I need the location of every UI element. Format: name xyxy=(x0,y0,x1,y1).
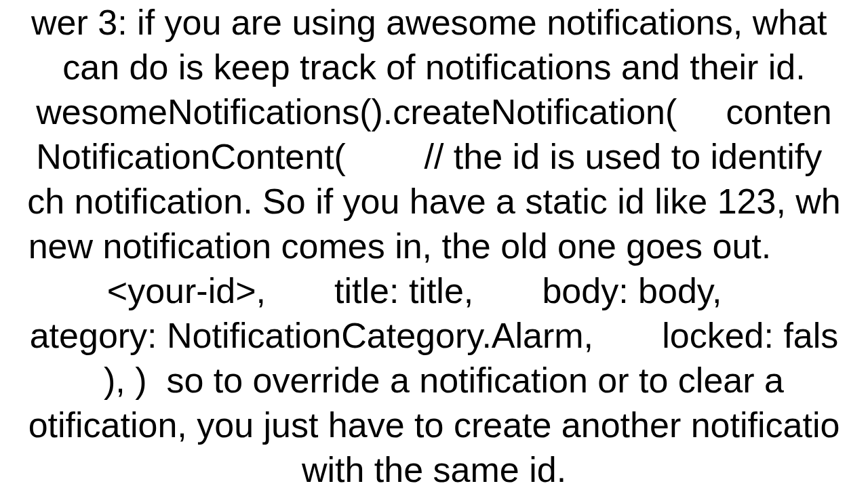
document-viewport: wer 3: if you are using awesome notifica… xyxy=(0,0,868,488)
document-text: wer 3: if you are using awesome notifica… xyxy=(27,0,841,488)
